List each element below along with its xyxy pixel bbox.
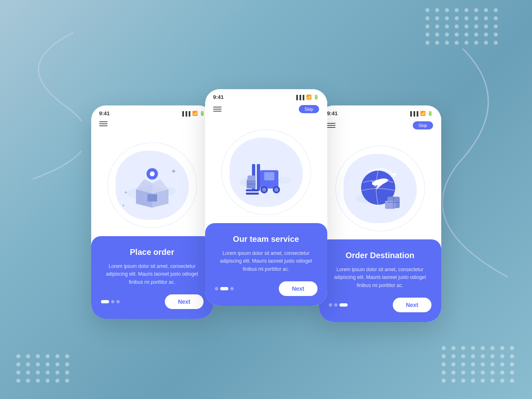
svg-rect-8	[264, 172, 274, 180]
sparkle-1: ✦	[171, 167, 177, 176]
dots-indicator-2	[215, 287, 234, 290]
nav-bar-2: Skip	[205, 103, 327, 117]
status-time-1: 9:41	[99, 110, 110, 116]
wifi-icon-2: 📶	[306, 94, 312, 100]
sparkle-2: ✦	[124, 190, 128, 195]
hamburger-menu-3[interactable]	[327, 123, 335, 128]
screen-title-1: Place order	[101, 248, 204, 257]
skip-button-3[interactable]: Skip	[413, 121, 433, 129]
hamburger-menu-2[interactable]	[213, 107, 221, 112]
dot-1-3	[116, 300, 120, 303]
wave-decoration-right	[442, 41, 524, 285]
signal-icon-3: ▐▐▐	[409, 111, 418, 116]
content-panel-2: Our team service Lorem ipsum dolor sit a…	[205, 223, 327, 306]
dots-indicator-1	[101, 300, 120, 303]
svg-rect-12	[246, 193, 259, 195]
battery-icon-3: 🔋	[427, 111, 433, 116]
next-button-2[interactable]: Next	[279, 281, 317, 296]
skip-button-2[interactable]: Skip	[299, 105, 319, 113]
illustration-area-1: ✦ ✦ ✦	[91, 130, 213, 236]
status-bar-1: 9:41 ▐▐▐ 📶 🔋	[91, 105, 213, 119]
screen-desc-2: Lorem ipsum dolor sit amet, consectetur …	[215, 250, 317, 273]
plane-illustration	[352, 160, 409, 217]
status-bar-2: 9:41 ▐▐▐ 📶 🔋	[205, 89, 327, 103]
content-panel-3: Order Destination Lorem ipsum dolor sit …	[319, 239, 441, 322]
screen-desc-1: Lorem ipsum dolor sit amet, consectetur …	[101, 263, 204, 286]
phone-order-destination: 9:41 ▐▐▐ 📶 🔋 Skip	[319, 105, 441, 322]
sparkle-3: ✦	[122, 203, 125, 208]
phone-team-service: 9:41 ▐▐▐ 📶 🔋 Skip	[205, 89, 327, 306]
screen-title-3: Order Destination	[329, 251, 431, 260]
bottom-row-3: Next	[329, 298, 431, 312]
dot-3-2	[334, 303, 337, 307]
dot-2-active	[220, 287, 228, 290]
phones-container: 9:41 ▐▐▐ 📶 🔋	[91, 77, 441, 322]
dot-1-active	[101, 300, 109, 303]
illustration-area-2	[205, 117, 327, 223]
nav-bar-3: Skip	[319, 119, 441, 134]
box-illustration	[124, 157, 181, 214]
status-icons-1: ▐▐▐ 📶 🔋	[181, 111, 205, 116]
svg-point-3	[150, 171, 155, 176]
status-time-3: 9:41	[327, 110, 338, 116]
svg-point-14	[262, 188, 266, 192]
screen-desc-3: Lorem ipsum dolor sit amet, consectetur …	[329, 266, 431, 289]
next-button-3[interactable]: Next	[393, 298, 431, 312]
bg-dots-bottomleft: for(let i=0;i<24;i++) document.currentSc…	[8, 346, 79, 391]
wifi-icon-3: 📶	[420, 111, 426, 116]
svg-point-16	[274, 188, 278, 192]
bottom-row-2: Next	[215, 281, 317, 296]
svg-rect-4	[147, 194, 157, 202]
battery-icon-2: 🔋	[313, 94, 319, 100]
status-icons-2: ▐▐▐ 📶 🔋	[295, 94, 319, 100]
battery-icon-1: 🔋	[199, 111, 205, 116]
signal-icon-1: ▐▐▐	[181, 111, 190, 116]
svg-rect-10	[257, 164, 260, 191]
illustration-area-3	[319, 134, 441, 239]
illus-bg-1	[116, 151, 189, 220]
signal-icon-2: ▐▐▐	[295, 95, 304, 100]
bottom-row-1: Next	[101, 294, 204, 309]
screen-title-2: Our team service	[215, 235, 317, 244]
status-time-2: 9:41	[213, 94, 224, 100]
dot-2-3	[230, 287, 234, 290]
nav-bar-1	[91, 119, 213, 130]
status-bar-3: 9:41 ▐▐▐ 📶 🔋	[319, 105, 441, 119]
wave-decoration-left	[0, 24, 81, 187]
dot-2-1	[215, 287, 218, 290]
hamburger-menu-1[interactable]	[99, 121, 107, 126]
content-panel-1: Place order Lorem ipsum dolor sit amet, …	[91, 236, 213, 319]
bg-dots-bottomright: for(let i=0;i<40;i++) document.currentSc…	[433, 338, 524, 391]
illus-bg-3	[344, 154, 417, 223]
svg-point-6	[278, 177, 291, 184]
forklift-illustration	[238, 144, 295, 201]
next-button-1[interactable]: Next	[165, 294, 203, 309]
phone-place-order: 9:41 ▐▐▐ 📶 🔋	[91, 105, 213, 319]
dot-3-1	[329, 303, 332, 307]
svg-rect-18	[247, 175, 256, 180]
svg-rect-11	[246, 189, 259, 191]
dot-3-active	[339, 303, 348, 307]
dot-1-2	[111, 300, 114, 303]
status-icons-3: ▐▐▐ 📶 🔋	[409, 111, 433, 116]
dots-indicator-3	[329, 303, 348, 307]
illus-bg-2	[230, 138, 303, 207]
wifi-icon-1: 📶	[192, 111, 198, 116]
